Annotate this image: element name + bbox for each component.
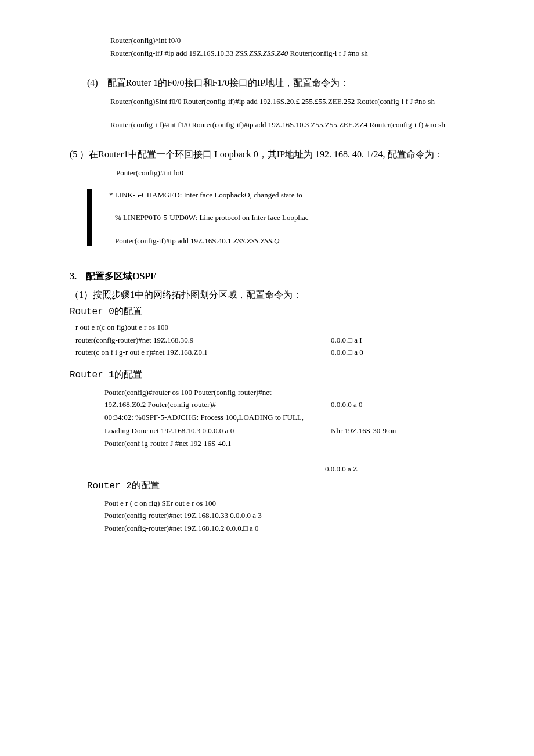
r2-block: Pout e r ( c on fig) SEr out e r os 100 … — [99, 498, 464, 534]
r1-line5: Pouter(conf ig-router J #net 192-16S-40.… — [104, 438, 464, 449]
r1-line1: Pouter(config)#router os 100 Pouter(conf… — [104, 387, 464, 398]
step5-heading: (5 ）在Router1中配置一个环回接口 Loopback 0，其IP地址为 … — [70, 147, 464, 161]
r1-line4-right: Nhr 19Z.16S-30-9 on — [331, 425, 464, 437]
preamble-line2-a: Router(config-ifJ #ip add 19Z.16S.10.33 — [110, 49, 236, 57]
preamble-line2-b: ZSS.ZSS.ZSS.Z40 — [236, 49, 288, 57]
step4-line1: Router(config)Sint f0/0 Router(config-if… — [110, 96, 464, 107]
preamble-line2: Router(config-ifJ #ip add 19Z.16S.10.33 … — [110, 48, 464, 59]
router1-label: Router 1的配置 — [70, 368, 464, 382]
step4-line2: Router(config-i f)#int f1/0 Router(confi… — [110, 119, 464, 131]
r0-line1: r out e r(c on fig)out e r os 100 — [75, 322, 464, 333]
r1-block: Pouter(config)#router os 100 Pouter(conf… — [99, 387, 464, 476]
r1-line3: 00:34:02: %0SPF-5-ADJCHG: Process 100rLO… — [104, 412, 464, 424]
step5-blk-line3: Pouter(config-if)#ip add 19Z.16S.40.1 ZS… — [115, 235, 464, 247]
preamble-line1: Router(config)^int f0/0 — [110, 35, 464, 46]
r2-line1: Pout e r ( c on fig) SEr out e r os 100 — [104, 498, 464, 509]
r1-line6-right: 0.0.0.0 a Z — [325, 463, 464, 475]
preamble-line2-c: Router(config-i f J #no sh — [288, 49, 368, 57]
step5-border-block: * LINK-5-CHAMGED: Inter face LoophackO, … — [87, 189, 464, 247]
r0-line3-right: 0.0.0.□ a 0 — [331, 347, 464, 358]
router0-label: Router 0的配置 — [70, 305, 464, 319]
r2-line3: Pouter(config-router)#net 19Z.168.10.2 0… — [104, 523, 464, 534]
r1-line2-right: 0.0.0.0 a 0 — [331, 399, 464, 411]
router2-label: Router 2的配置 — [87, 479, 464, 493]
step5-blk-line1: * LINK-5-CHAMGED: Inter face LoophackO, … — [109, 189, 464, 201]
r1-line2-left: 19Z.168.Z0.2 Pouter(config-router)# — [104, 399, 331, 411]
r0-line3-left: router(c on f i g-r out e r)#net 19Z.168… — [75, 347, 331, 358]
step5-blk-line3-a: Pouter(config-if)#ip add 19Z.16S.40.1 — [115, 236, 233, 245]
r1-line3-l: 00:34:02: %0SPF-5-ADJCHG: Process 100 — [104, 413, 237, 422]
step5-blk-line3-b: ZSS.ZSS.ZSS.Q — [233, 236, 280, 245]
r0-line2-left: router(config-router)#net 19Z.168.30.9 — [75, 334, 331, 346]
r0-line2-right: 0.0.0.□ a I — [331, 334, 464, 346]
step5-heading-text: (5 ）在Router1中配置一个环回接口 Loopback 0，其IP地址为 … — [70, 149, 443, 159]
step5-blk-line2: % LINEPP0T0-5-UPD0W: Line protocol on In… — [115, 212, 464, 224]
step4-heading: (4) 配置Router 1的F0/0接口和F1/0接口的IP地址，配置命令为： — [87, 76, 464, 90]
r2-line2: Pouter(config-router)#net 19Z.168.10.33 … — [104, 510, 464, 521]
r1-line3-r: LOADING to FULL, — [239, 413, 304, 422]
section3-sub1: （1）按照步骤1中的网络拓扑图划分区域，配置命令为： — [70, 288, 464, 302]
section3-heading: 3. 配置多区域OSPF — [70, 269, 464, 283]
step5-line1: Pouter(config)#int lo0 — [116, 167, 464, 179]
r1-line4-left: Loading Done net 192.168.10.3 0.0.0.0 a … — [104, 425, 331, 437]
